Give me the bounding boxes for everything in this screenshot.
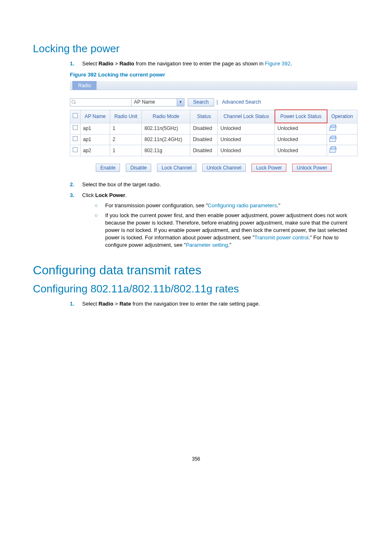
heading-config-abg-rates: Configuring 802.11a/802.11b/802.11g rate… xyxy=(33,281,359,296)
table-header-row: AP Name Radio Unit Radio Mode Status Cha… xyxy=(70,110,357,123)
step-number: 1. xyxy=(70,60,74,67)
chevron-down-icon: ▼ xyxy=(177,99,184,106)
sub-item-1: ○ For transmission power configuration, … xyxy=(95,202,359,209)
cell-unit: 2 xyxy=(110,134,141,145)
step-1b: 1. Select Radio > Rate from the navigati… xyxy=(70,300,359,308)
enable-button[interactable]: Enable xyxy=(96,164,120,172)
col-radio-mode[interactable]: Radio Mode xyxy=(142,110,190,123)
cell-chlock: Unlocked xyxy=(218,145,275,156)
col-radio-unit[interactable]: Radio Unit xyxy=(110,110,141,123)
select-all-checkbox[interactable] xyxy=(73,113,78,118)
disable-button[interactable]: Disable xyxy=(126,164,151,172)
separator: | xyxy=(217,99,218,106)
lock-channel-button[interactable]: Lock Channel xyxy=(157,164,196,172)
search-button[interactable]: Search xyxy=(188,98,214,107)
tab-bar: Radio xyxy=(70,81,357,90)
cell-mode: 802.11n(5GHz) xyxy=(142,123,190,134)
link-config-radio-params[interactable]: Configuring radio parameters xyxy=(208,202,277,209)
cell-operation xyxy=(327,134,357,145)
col-operation: Operation xyxy=(327,110,357,123)
col-power-lock[interactable]: Power Lock Status xyxy=(275,110,327,123)
link-transmit-power-control[interactable]: Transmit power control xyxy=(254,234,309,241)
edit-icon[interactable] xyxy=(330,136,336,141)
cell-mode: 802.11g xyxy=(142,145,190,156)
step-2: 2. Select the box of the target radio. xyxy=(70,181,359,188)
step-number: 1. xyxy=(70,300,74,308)
figure-392: Radio AP Name ▼ Search | Advanced Search… xyxy=(70,81,357,172)
edit-icon[interactable] xyxy=(330,147,336,152)
cell-ap: ap1 xyxy=(81,134,110,145)
cell-operation xyxy=(327,145,357,156)
header-checkbox xyxy=(70,110,81,123)
steps-list-1-cont: 2. Select the box of the target radio. 3… xyxy=(70,181,359,249)
search-field-dropdown[interactable]: AP Name ▼ xyxy=(131,98,184,107)
step-3-text: Click Lock Power. xyxy=(82,192,127,198)
cell-unit: 1 xyxy=(110,123,141,134)
steps-list-1: 1. Select Radio > Radio from the navigat… xyxy=(70,60,359,67)
step-number: 3. xyxy=(70,192,74,199)
table-row: ap1 1 802.11n(5GHz) Disabled Unlocked Un… xyxy=(70,123,357,134)
cell-pwrlock: Unlocked xyxy=(275,123,327,134)
row-checkbox[interactable] xyxy=(73,125,78,130)
cell-pwrlock: Unlocked xyxy=(275,145,327,156)
heading-config-rates: Configuring data transmit rates xyxy=(33,262,359,279)
button-row: Enable Disable Lock Channel Unlock Chann… xyxy=(70,164,357,172)
step-1b-text: Select Radio > Rate from the navigation … xyxy=(82,301,260,307)
sub-item-2: ○ If you lock the current power first, a… xyxy=(95,212,359,249)
link-parameter-setting[interactable]: Parameter setting xyxy=(186,242,228,248)
cell-chlock: Unlocked xyxy=(218,134,275,145)
col-ap-name[interactable]: AP Name xyxy=(81,110,110,123)
unlock-power-button[interactable]: Unlock Power xyxy=(292,164,332,172)
cell-status: Disabled xyxy=(190,145,218,156)
search-row: AP Name ▼ Search | Advanced Search xyxy=(70,98,357,107)
link-figure-392[interactable]: Figure 392 xyxy=(265,60,291,67)
col-channel-lock[interactable]: Channel Lock Status xyxy=(218,110,275,123)
cell-operation xyxy=(327,123,357,134)
cell-chlock: Unlocked xyxy=(218,123,275,134)
unlock-channel-button[interactable]: Unlock Channel xyxy=(202,164,246,172)
bullet-icon: ○ xyxy=(95,212,98,219)
row-checkbox[interactable] xyxy=(73,136,78,141)
heading-locking-power: Locking the power xyxy=(33,41,359,56)
steps-list-2: 1. Select Radio > Rate from the navigati… xyxy=(70,300,359,308)
bullet-icon: ○ xyxy=(95,202,98,209)
step-1: 1. Select Radio > Radio from the navigat… xyxy=(70,60,359,67)
advanced-search-link[interactable]: Advanced Search xyxy=(222,99,261,106)
row-checkbox[interactable] xyxy=(73,147,78,152)
step-2-text: Select the box of the target radio. xyxy=(82,181,161,188)
cell-pwrlock: Unlocked xyxy=(275,134,327,145)
figure-caption: Figure 392 Locking the current power xyxy=(70,71,359,79)
cell-status: Disabled xyxy=(190,123,218,134)
search-input[interactable] xyxy=(70,98,131,107)
radio-table: AP Name Radio Unit Radio Mode Status Cha… xyxy=(70,110,357,156)
table-row: ap1 2 802.11n(2.4GHz) Disabled Unlocked … xyxy=(70,134,357,145)
page-number: 356 xyxy=(33,456,359,463)
cell-mode: 802.11n(2.4GHz) xyxy=(142,134,190,145)
table-row: ap2 1 802.11g Disabled Unlocked Unlocked xyxy=(70,145,357,156)
tab-radio[interactable]: Radio xyxy=(72,81,97,90)
edit-icon[interactable] xyxy=(330,125,336,130)
step-1-text: Select Radio > Radio from the navigation… xyxy=(82,60,292,67)
col-status[interactable]: Status xyxy=(190,110,218,123)
search-icon xyxy=(71,100,76,104)
sub-list: ○ For transmission power configuration, … xyxy=(95,202,359,249)
cell-ap: ap2 xyxy=(81,145,110,156)
lock-power-button[interactable]: Lock Power xyxy=(251,164,286,172)
cell-unit: 1 xyxy=(110,145,141,156)
step-3: 3. Click Lock Power. ○ For transmission … xyxy=(70,192,359,249)
cell-status: Disabled xyxy=(190,134,218,145)
dropdown-label: AP Name xyxy=(131,99,177,106)
step-number: 2. xyxy=(70,181,74,188)
cell-ap: ap1 xyxy=(81,123,110,134)
